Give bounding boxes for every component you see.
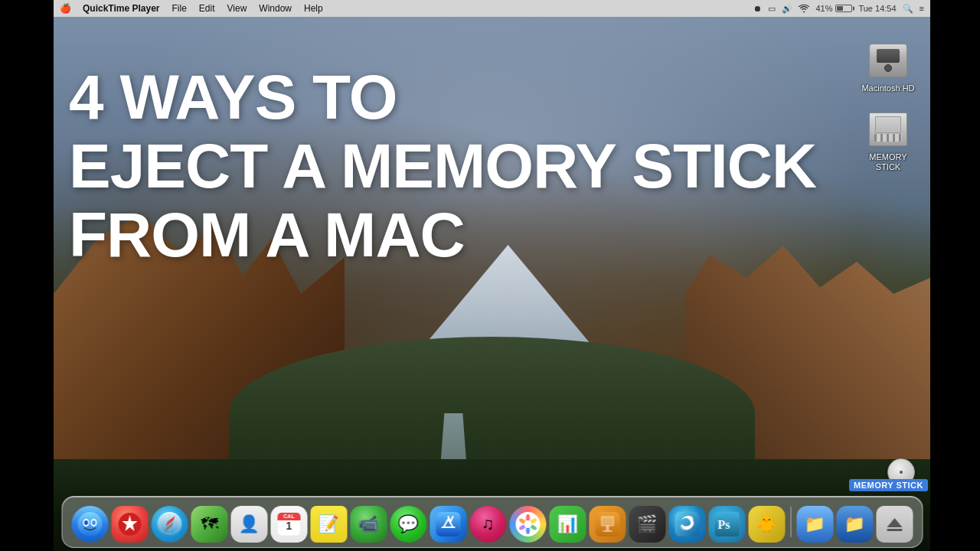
dock-item-edge[interactable] <box>668 506 705 543</box>
svg-point-0 <box>77 512 102 536</box>
svg-point-3 <box>84 520 88 525</box>
svg-rect-27 <box>601 517 613 526</box>
dock-item-claquette[interactable]: 🎬 <box>629 506 665 543</box>
dock: 🗺 👤 CAL 1 📝 <box>61 496 923 548</box>
dock-item-itunes[interactable]: ♫ <box>469 506 506 543</box>
edge-icon-svg <box>675 512 699 536</box>
claquette-icon: 🎬 <box>632 509 662 540</box>
messages-icon: 💬 <box>393 509 423 540</box>
calendar-icon-svg: CAL 1 <box>276 511 302 537</box>
keynote-icon <box>592 509 622 540</box>
dock-separator <box>790 507 791 537</box>
hd-icon-shape <box>869 44 907 77</box>
safari-icon <box>154 509 185 540</box>
numbers-icon: 📊 <box>552 509 583 540</box>
notification-icon[interactable]: ≡ <box>920 4 924 13</box>
app-name-menu[interactable]: QuickTime Player <box>77 0 166 17</box>
edit-menu[interactable]: Edit <box>193 0 221 17</box>
folder2-icon: 📁 <box>839 509 870 540</box>
photos-icon <box>512 509 543 540</box>
folder1-icon: 📁 <box>799 509 830 540</box>
svg-text:CAL: CAL <box>283 514 295 519</box>
recording-status: ⏺ <box>753 4 762 13</box>
dock-item-eject[interactable] <box>876 506 913 543</box>
dock-item-folder2[interactable]: 📁 <box>836 506 873 543</box>
memory-icon-shape <box>869 112 907 146</box>
calendar-icon: CAL 1 <box>273 509 304 540</box>
wifi-icon <box>799 4 809 13</box>
macintosh-hd-icon[interactable]: Macintosh HD <box>858 40 919 93</box>
memory-stick-icon[interactable]: MEMORY STICK <box>858 109 919 172</box>
battery-bar <box>835 5 852 12</box>
dock-item-contacts[interactable]: 👤 <box>230 506 267 543</box>
memory-stick-image <box>867 109 909 150</box>
dock-item-facetime[interactable]: 📹 <box>350 506 387 543</box>
battery-fill <box>837 6 843 11</box>
side-bar-left <box>0 0 54 551</box>
dock-item-appstore[interactable] <box>430 506 466 543</box>
finder-face-icon <box>77 511 103 537</box>
airplay-icon: ▭ <box>768 4 776 14</box>
dock-item-folder1[interactable]: 📁 <box>796 506 833 543</box>
window-menu[interactable]: Window <box>253 0 298 17</box>
volume-icon: 🔊 <box>782 4 792 14</box>
memory-stick-label-text: MEMORY STICK <box>858 152 919 172</box>
volume-status[interactable]: 🔊 <box>782 4 792 14</box>
desktop-background: 4 WAYS TO EJECT A MEMORY STICK FROM A MA… <box>54 17 930 551</box>
dock-item-puppet[interactable]: 🐥 <box>748 506 785 543</box>
itunes-icon: ♫ <box>472 509 503 540</box>
photos-icon-svg <box>514 511 541 537</box>
dock-item-calendar[interactable]: CAL 1 <box>270 506 307 543</box>
eject-icon <box>879 509 910 540</box>
svg-rect-17 <box>436 512 460 536</box>
dock-item-keynote[interactable] <box>589 506 626 543</box>
view-menu[interactable]: View <box>221 0 253 17</box>
wifi-status[interactable] <box>799 4 809 13</box>
dock-item-launchpad[interactable] <box>111 506 148 543</box>
airplay-status: ▭ <box>768 4 776 14</box>
dock-item-ps[interactable]: Ps <box>708 506 745 543</box>
help-menu[interactable]: Help <box>298 0 329 17</box>
appstore-icon-svg <box>436 512 460 536</box>
title-line-3: FROM A MAC <box>69 201 816 269</box>
svg-text:Ps: Ps <box>717 518 730 531</box>
menu-bar-left: 🍎 QuickTime Player File Edit View Window… <box>54 0 753 17</box>
battery-percent-text: 41% <box>815 4 832 13</box>
puppet-icon: 🐥 <box>751 509 782 540</box>
cursor-dot <box>900 471 903 474</box>
svg-rect-28 <box>606 526 609 530</box>
edge-icon <box>671 509 702 540</box>
svg-point-4 <box>92 520 96 525</box>
menu-bar: 🍎 QuickTime Player File Edit View Window… <box>54 0 930 17</box>
time-display: Tue 14:54 <box>858 4 896 13</box>
ps-icon-svg: Ps <box>714 512 739 536</box>
recording-icon: ⏺ <box>753 4 762 13</box>
dock-item-photos[interactable] <box>509 506 546 543</box>
svg-rect-29 <box>603 530 612 532</box>
file-menu[interactable]: File <box>166 0 193 17</box>
spotlight-icon[interactable]: 🔍 <box>903 4 913 14</box>
launchpad-icon <box>114 509 145 540</box>
svg-rect-34 <box>887 529 902 531</box>
battery-status: 41% <box>815 4 852 13</box>
dock-item-notes[interactable]: 📝 <box>310 506 347 543</box>
title-overlay: 4 WAYS TO EJECT A MEMORY STICK FROM A MA… <box>69 63 816 270</box>
apple-menu[interactable]: 🍎 <box>54 0 77 17</box>
svg-marker-33 <box>887 518 902 527</box>
title-line-1: 4 WAYS TO <box>69 63 816 132</box>
dock-item-maps[interactable]: 🗺 <box>191 506 227 543</box>
svg-text:1: 1 <box>286 520 292 532</box>
dock-item-numbers[interactable]: 📊 <box>549 506 586 543</box>
appstore-icon <box>433 509 463 540</box>
contacts-icon: 👤 <box>234 509 264 540</box>
side-bar-right <box>930 0 980 551</box>
dock-item-safari[interactable] <box>151 506 188 543</box>
macintosh-hd-image <box>867 40 909 81</box>
title-line-2: EJECT A MEMORY STICK <box>69 132 816 201</box>
dock-item-messages[interactable]: 💬 <box>390 506 426 543</box>
maps-icon: 🗺 <box>194 509 224 540</box>
notes-icon: 📝 <box>313 509 344 540</box>
facetime-icon: 📹 <box>353 509 384 540</box>
dock-item-finder[interactable] <box>71 506 108 543</box>
eject-icon-svg <box>884 514 905 535</box>
